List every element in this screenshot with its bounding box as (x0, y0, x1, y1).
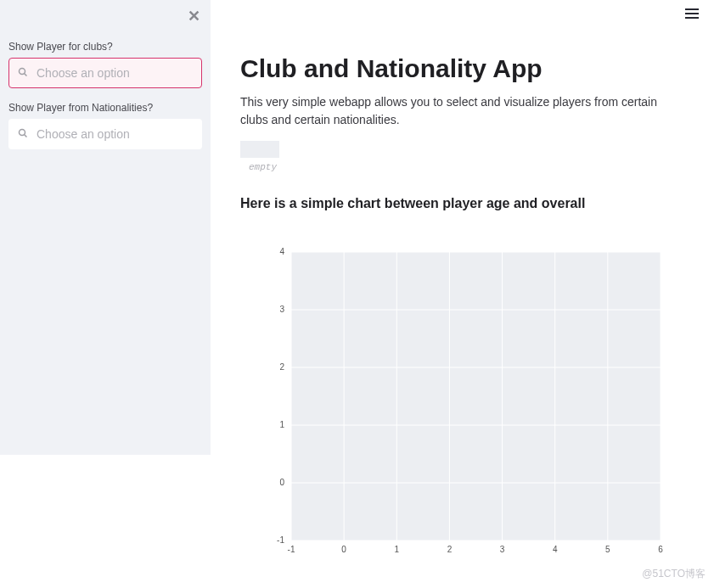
svg-text:1: 1 (279, 420, 284, 429)
svg-text:4: 4 (279, 247, 284, 256)
nationalities-multiselect[interactable] (8, 119, 202, 149)
chart-svg: -10123456-101234 (240, 227, 673, 566)
menu-icon[interactable] (682, 5, 702, 22)
svg-text:3: 3 (500, 545, 505, 554)
clubs-label: Show Player for clubs? (8, 41, 202, 53)
svg-text:5: 5 (605, 545, 610, 554)
svg-text:2: 2 (447, 545, 453, 554)
svg-text:3: 3 (279, 305, 284, 314)
page-description: This very simple webapp allows you to se… (240, 93, 686, 129)
svg-text:0: 0 (341, 545, 346, 554)
close-icon[interactable]: ✕ (188, 7, 200, 25)
clubs-multiselect[interactable] (8, 58, 202, 88)
empty-label: empty (249, 162, 686, 172)
svg-point-0 (20, 69, 25, 75)
svg-text:-1: -1 (277, 535, 284, 545)
clubs-input[interactable] (37, 66, 193, 80)
dataframe-empty (240, 141, 279, 158)
nationalities-input[interactable] (37, 127, 193, 141)
page-title: Club and Nationality App (240, 54, 686, 83)
search-icon (18, 67, 28, 79)
svg-text:2: 2 (279, 362, 284, 372)
svg-text:4: 4 (553, 545, 558, 554)
chart: -10123456-101234 (240, 227, 686, 566)
sidebar: ✕ Show Player for clubs? Show Player fro… (0, 0, 211, 455)
svg-text:1: 1 (395, 545, 400, 554)
svg-point-2 (20, 130, 25, 136)
svg-text:6: 6 (658, 545, 663, 554)
nationalities-label: Show Player from Nationalities? (8, 102, 202, 114)
svg-text:-1: -1 (288, 545, 295, 554)
main-content: Club and Nationality App This very simpl… (240, 54, 686, 566)
svg-line-3 (25, 135, 27, 137)
watermark: @51CTO博客 (642, 567, 706, 581)
svg-line-1 (25, 74, 27, 76)
search-icon (18, 128, 28, 140)
chart-subheader: Here is a simple chart between player ag… (240, 196, 686, 211)
svg-text:0: 0 (279, 478, 284, 487)
svg-rect-4 (291, 252, 661, 540)
